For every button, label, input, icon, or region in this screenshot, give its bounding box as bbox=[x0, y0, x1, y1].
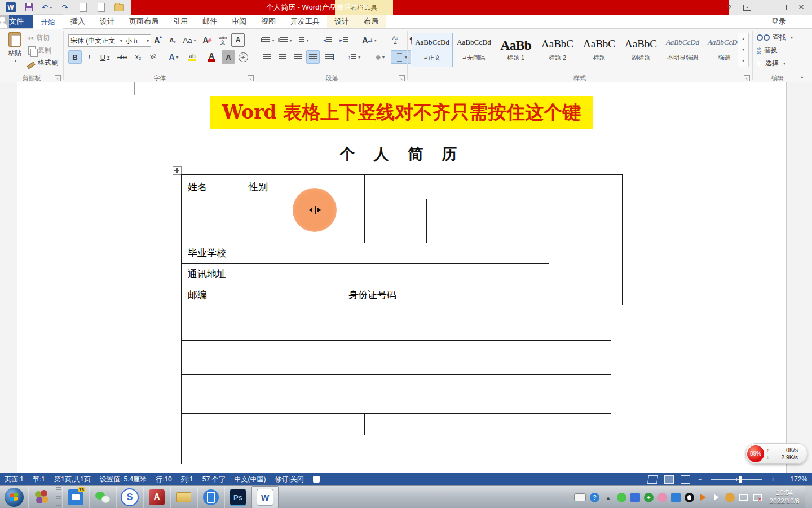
styles-scroll-up-icon[interactable]: ▴ bbox=[738, 33, 748, 44]
print-preview-icon[interactable] bbox=[77, 2, 89, 13]
status-language[interactable]: 中文(中国) bbox=[230, 473, 270, 485]
paragraph-dialog-launcher-icon[interactable] bbox=[399, 75, 405, 81]
italic-button[interactable]: I bbox=[83, 50, 95, 64]
tab-mailings[interactable]: 邮件 bbox=[195, 15, 224, 28]
restore-icon[interactable] bbox=[776, 1, 791, 14]
tab-insert[interactable]: 插入 bbox=[63, 15, 92, 28]
table-cell[interactable] bbox=[182, 221, 242, 243]
table-cell[interactable]: 身份证号码 bbox=[342, 284, 418, 305]
select-button[interactable]: 选择▾ bbox=[757, 59, 785, 68]
word-logo-icon[interactable]: W bbox=[5, 2, 17, 13]
document-title[interactable]: 个 人 简 历 bbox=[17, 144, 786, 164]
save-icon[interactable] bbox=[23, 2, 35, 13]
document-area[interactable]: Word 表格上下竖线对不齐只需按住这个键 个 人 简 历 姓名 性别 bbox=[0, 82, 812, 473]
table-move-handle-icon[interactable] bbox=[173, 166, 182, 175]
align-center-button[interactable] bbox=[276, 50, 289, 64]
zoom-out-button[interactable]: − bbox=[694, 473, 707, 485]
table-cell[interactable] bbox=[365, 414, 430, 435]
status-setting-value[interactable]: 设置值: 5.4厘米 bbox=[95, 473, 151, 485]
table-cell[interactable] bbox=[365, 221, 427, 243]
taskbar-file-explorer[interactable] bbox=[170, 487, 197, 508]
table-cell[interactable] bbox=[182, 375, 242, 414]
table-cell[interactable]: 通讯地址 bbox=[182, 264, 242, 284]
tab-review[interactable]: 审阅 bbox=[224, 15, 254, 28]
table-cell[interactable] bbox=[430, 175, 488, 199]
font-color-button[interactable]: A bbox=[202, 50, 220, 64]
tray-qq-icon[interactable] bbox=[685, 493, 694, 502]
format-painter-button[interactable]: 格式刷 bbox=[27, 58, 58, 68]
table-cell[interactable]: 毕业学校 bbox=[182, 243, 242, 264]
style-title[interactable]: AaBbC标题 bbox=[579, 33, 620, 67]
table-cell[interactable] bbox=[242, 264, 549, 284]
tray-monitor-icon[interactable] bbox=[739, 493, 748, 502]
styles-scroll-down-icon[interactable]: ▾ bbox=[738, 44, 748, 55]
redo-icon[interactable]: ↷ bbox=[59, 2, 71, 13]
decrease-indent-button[interactable]: ◂ bbox=[320, 33, 335, 47]
style-no-spacing[interactable]: AaBbCcDd↵无间隔 bbox=[453, 33, 495, 67]
taskbar-media-app[interactable] bbox=[28, 487, 55, 508]
superscript-button[interactable]: x² bbox=[146, 50, 160, 64]
strikethrough-button[interactable]: abc bbox=[114, 50, 130, 64]
start-button[interactable] bbox=[5, 488, 24, 507]
table-cell[interactable] bbox=[242, 375, 611, 414]
tray-expand-icon[interactable]: ▴ bbox=[603, 493, 613, 502]
grow-font-button[interactable]: A▴ bbox=[151, 33, 165, 47]
table-cell[interactable]: 姓名 bbox=[182, 175, 242, 199]
text-highlight-button[interactable]: ab bbox=[183, 50, 201, 64]
tab-view[interactable]: 视图 bbox=[254, 15, 283, 28]
show-desktop-button[interactable] bbox=[805, 486, 812, 508]
numbering-button[interactable]: ▾ bbox=[278, 33, 294, 47]
bold-button[interactable]: B bbox=[68, 50, 82, 64]
tab-developer[interactable]: 开发工具 bbox=[283, 15, 327, 28]
avatar[interactable] bbox=[0, 15, 9, 28]
tab-home[interactable]: 开始 bbox=[33, 14, 63, 29]
multilevel-list-button[interactable]: ▾ bbox=[295, 33, 312, 47]
taskbar-phone-app[interactable] bbox=[197, 487, 224, 508]
new-document-icon[interactable] bbox=[95, 2, 107, 13]
table-cell[interactable] bbox=[488, 199, 549, 221]
close-icon[interactable]: × bbox=[794, 1, 809, 14]
photo-cell[interactable] bbox=[548, 174, 623, 305]
align-left-button[interactable] bbox=[261, 50, 274, 64]
status-word-count[interactable]: 57 个字 bbox=[198, 473, 230, 485]
styles-dialog-launcher-icon[interactable] bbox=[744, 75, 750, 81]
table-cell[interactable] bbox=[182, 199, 242, 221]
borders-button[interactable]: ▾ bbox=[391, 50, 411, 64]
styles-gallery-scrollbar[interactable]: ▴ ▾ ▾ bbox=[738, 33, 749, 67]
style-subtitle[interactable]: AaBbC副标题 bbox=[620, 33, 661, 67]
style-heading1[interactable]: AaBb标题 1 bbox=[495, 33, 536, 67]
phonetic-guide-button[interactable]: wén文 bbox=[215, 33, 230, 47]
tray-blue-app-icon[interactable] bbox=[630, 493, 640, 502]
align-right-button[interactable] bbox=[291, 50, 304, 64]
table-cell[interactable] bbox=[182, 414, 242, 435]
zoom-level[interactable]: 172% bbox=[779, 473, 812, 485]
find-button[interactable]: 查找▾ bbox=[757, 33, 793, 42]
tray-horn-icon[interactable] bbox=[698, 493, 708, 502]
memory-percent-ball[interactable]: 89% bbox=[747, 445, 764, 462]
table-cell[interactable] bbox=[488, 221, 549, 243]
zoom-slider-thumb[interactable] bbox=[739, 476, 742, 483]
minimize-icon[interactable]: — bbox=[758, 1, 773, 14]
justify-button[interactable] bbox=[306, 50, 320, 64]
tray-wechat-icon[interactable] bbox=[617, 493, 626, 502]
cut-button[interactable]: ✂剪切 bbox=[28, 33, 50, 43]
zoom-in-button[interactable]: + bbox=[766, 473, 779, 485]
taskbar-word-active[interactable]: W bbox=[251, 486, 279, 508]
status-page-count[interactable]: 第1页,共1页 bbox=[50, 473, 95, 485]
document-page[interactable]: Word 表格上下竖线对不齐只需按住这个键 个 人 简 历 姓名 性别 bbox=[17, 82, 787, 473]
undo-icon[interactable]: ↶▾ bbox=[41, 2, 53, 13]
document-headline[interactable]: Word 表格上下竖线对不齐只需按住这个键 bbox=[210, 96, 593, 129]
print-layout-icon[interactable] bbox=[664, 475, 674, 484]
table-cell[interactable] bbox=[488, 243, 549, 264]
enclose-characters-button[interactable]: 字 bbox=[236, 50, 250, 64]
change-case-button[interactable]: Aa▾ bbox=[180, 33, 198, 47]
shading-button[interactable]: ◆▾ bbox=[371, 50, 389, 64]
table-cell[interactable] bbox=[242, 284, 342, 305]
keyboard-icon[interactable] bbox=[574, 493, 586, 501]
table-cell[interactable] bbox=[182, 341, 242, 375]
distribute-button[interactable] bbox=[321, 50, 337, 64]
table-cell[interactable] bbox=[182, 305, 242, 341]
tab-references[interactable]: 引用 bbox=[166, 15, 195, 28]
net-speed-widget[interactable]: 89% ↑ 0K/s ↓ 2.9K/s bbox=[745, 443, 807, 464]
shrink-font-button[interactable]: A▾ bbox=[166, 33, 179, 47]
